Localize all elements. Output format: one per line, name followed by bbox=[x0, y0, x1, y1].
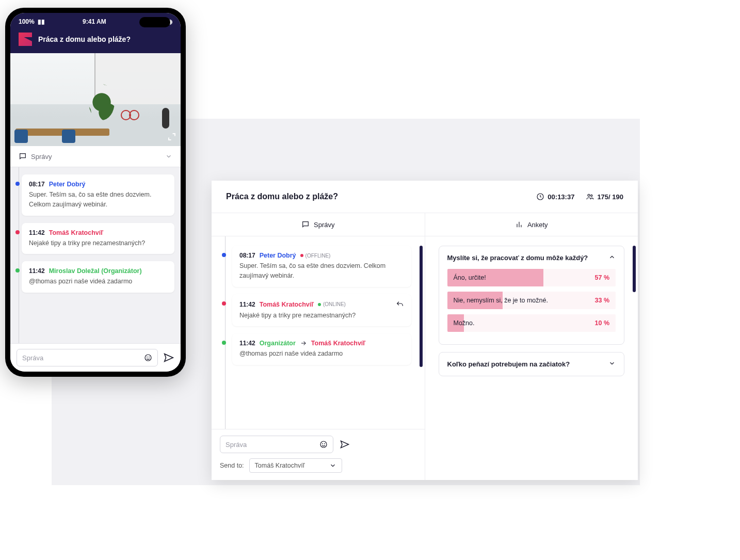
bar-chart-icon bbox=[515, 220, 523, 229]
poll-option-label: Nie, nemyslím si, že je to možné. bbox=[454, 297, 548, 304]
poll-option-percent: 33 % bbox=[595, 297, 610, 304]
chevron-up-icon[interactable] bbox=[608, 253, 616, 261]
message-author: Peter Dobrý bbox=[49, 181, 86, 188]
message-body: @thomas pozri naše videá zadarmo bbox=[29, 277, 167, 286]
poll-option[interactable]: Možno. 10 % bbox=[447, 314, 616, 332]
arrow-right-icon bbox=[300, 340, 307, 347]
expand-video-icon[interactable] bbox=[167, 132, 176, 143]
scrollbar-thumb[interactable] bbox=[420, 246, 423, 367]
poll-option-percent: 10 % bbox=[595, 319, 610, 327]
timeline-line bbox=[225, 236, 226, 429]
phone-device-frame: 100% ▮▮ 9:41 AM ▮▮▮ ⦿ ◉ Práca z domu ale… bbox=[5, 8, 186, 377]
message-body: Super. Teším sa, čo sa ešte dnes dozviem… bbox=[29, 190, 167, 210]
chat-icon bbox=[301, 220, 310, 229]
status-dot bbox=[15, 182, 20, 186]
timer-value: 00:13:37 bbox=[548, 193, 574, 201]
desktop-chat-column: 08:17 Peter Dobrý (OFFLINE) Super. Teším… bbox=[212, 236, 425, 480]
chevron-down-icon bbox=[329, 462, 336, 469]
phone-chat-list[interactable]: 08:17 Peter Dobrý Super. Teším sa, čo sa… bbox=[10, 167, 181, 343]
people-icon bbox=[586, 193, 594, 201]
svg-point-2 bbox=[149, 357, 150, 357]
message-body: Nejaké tipy a triky pre nezamestnaných? bbox=[239, 311, 404, 321]
message-card[interactable]: 11:42 Tomáš Kratochvíľ (ONLINE) Nejaké t… bbox=[232, 294, 411, 327]
svg-point-4 bbox=[588, 194, 590, 196]
battery-icon: ▮▮ bbox=[38, 18, 45, 25]
svg-point-7 bbox=[323, 443, 323, 444]
message-author: Organizátor bbox=[260, 340, 296, 347]
reply-icon[interactable] bbox=[396, 300, 404, 309]
poll-option[interactable]: Nie, nemyslím si, že je to možné. 33 % bbox=[447, 292, 616, 309]
tab-polls[interactable]: Ankety bbox=[425, 213, 638, 236]
phone-video-preview[interactable] bbox=[10, 53, 181, 146]
poll-card[interactable]: Myslíte si, že pracovať z domu môže každ… bbox=[439, 246, 625, 345]
section-header-messages[interactable]: Správy bbox=[10, 146, 181, 167]
phone-camera-pill bbox=[139, 17, 170, 27]
phone-screen: 100% ▮▮ 9:41 AM ▮▮▮ ⦿ ◉ Práca z domu ale… bbox=[10, 13, 181, 372]
poll-option[interactable]: Áno, určite! 57 % bbox=[447, 269, 616, 286]
message-author: Miroslav Doležal (Organizátor) bbox=[49, 267, 142, 275]
svg-point-6 bbox=[320, 441, 327, 447]
desktop-chat-list[interactable]: 08:17 Peter Dobrý (OFFLINE) Super. Teším… bbox=[212, 236, 425, 429]
compose-input[interactable]: Správa bbox=[220, 436, 333, 453]
send-to-label: Send to: bbox=[220, 462, 244, 469]
message-card[interactable]: 11:42 Miroslav Doležal (Organizátor) @th… bbox=[22, 261, 174, 293]
desktop-page-title: Práca z domu alebo z pláže? bbox=[226, 192, 338, 201]
message-body: Nejaké tipy a triky pre nezamestnaných? bbox=[29, 238, 167, 248]
session-timer: 00:13:37 bbox=[536, 193, 574, 201]
compose-placeholder: Správa bbox=[22, 354, 43, 362]
message-card[interactable]: 08:17 Peter Dobrý (OFFLINE) Super. Teším… bbox=[232, 246, 411, 287]
svg-point-8 bbox=[325, 443, 325, 444]
poll-option-label: Áno, určite! bbox=[454, 274, 486, 281]
send-to-value: Tomáš Kratochvíľ bbox=[255, 462, 305, 469]
message-time: 08:17 bbox=[239, 252, 255, 259]
desktop-tabs: Správy Ankety bbox=[212, 213, 638, 236]
clock-icon bbox=[536, 193, 544, 201]
poll-question: Koľko peňazí potrebujem na začiatok? bbox=[447, 360, 570, 369]
message-time: 11:42 bbox=[29, 229, 45, 236]
app-logo bbox=[19, 33, 32, 46]
message-card[interactable]: 08:17 Peter Dobrý Super. Teším sa, čo sa… bbox=[22, 174, 174, 216]
compose-placeholder: Správa bbox=[226, 441, 247, 449]
attendance-value: 175/ 190 bbox=[597, 193, 623, 201]
tab-messages-label: Správy bbox=[314, 221, 334, 229]
poll-options: Áno, určite! 57 % Nie, nemyslím si, že j… bbox=[447, 269, 616, 332]
compose-input[interactable]: Správa bbox=[17, 349, 158, 366]
message-author: Tomáš Kratochvíľ bbox=[260, 301, 314, 308]
send-to-select[interactable]: Tomáš Kratochvíľ bbox=[249, 458, 342, 473]
status-dot bbox=[222, 253, 226, 257]
status-dot bbox=[15, 230, 20, 234]
send-icon[interactable] bbox=[163, 352, 174, 363]
message-time: 11:42 bbox=[239, 340, 255, 347]
message-body: Super. Teším sa, čo sa ešte dnes dozviem… bbox=[239, 261, 404, 281]
emoji-icon[interactable] bbox=[144, 354, 152, 362]
send-icon[interactable] bbox=[340, 439, 350, 450]
chevron-down-icon[interactable] bbox=[165, 153, 172, 160]
timeline-line bbox=[19, 167, 19, 343]
desktop-compose-bar: Správa Send to: Tomáš Kratochvíľ bbox=[212, 429, 425, 480]
status-dot bbox=[222, 301, 226, 306]
desktop-polls-column: Myslíte si, že pracovať z domu môže každ… bbox=[425, 236, 638, 480]
phone-compose-bar: Správa bbox=[10, 343, 181, 372]
emoji-icon[interactable] bbox=[319, 440, 328, 449]
presence-status: (OFFLINE) bbox=[300, 253, 331, 259]
tab-messages[interactable]: Správy bbox=[212, 213, 425, 236]
desktop-polls-list[interactable]: Myslíte si, že pracovať z domu môže každ… bbox=[425, 236, 638, 480]
message-author: Peter Dobrý bbox=[260, 252, 296, 259]
poll-option-label: Možno. bbox=[454, 319, 475, 327]
message-card[interactable]: 11:42 Tomáš Kratochvíľ Nejaké tipy a tri… bbox=[22, 223, 174, 254]
svg-point-5 bbox=[591, 195, 592, 196]
attendance-counter: 175/ 190 bbox=[586, 193, 623, 201]
video-thumbnail-scene bbox=[10, 53, 181, 146]
chevron-down-icon[interactable] bbox=[608, 360, 616, 367]
status-time: 9:41 AM bbox=[83, 18, 106, 25]
chat-icon bbox=[19, 152, 27, 161]
poll-card[interactable]: Koľko peňazí potrebujem na začiatok? bbox=[439, 352, 625, 377]
poll-option-percent: 57 % bbox=[595, 274, 610, 281]
battery-indicator: 100% bbox=[19, 18, 35, 25]
message-body: @thomas pozri naše videá zadarmo bbox=[239, 349, 404, 359]
message-time: 11:42 bbox=[239, 301, 255, 308]
section-label: Správy bbox=[31, 153, 52, 161]
scrollbar-thumb[interactable] bbox=[633, 246, 636, 292]
message-recipient: Tomáš Kratochvíľ bbox=[311, 340, 365, 347]
message-card[interactable]: 11:42 Organizátor Tomáš Kratochvíľ @thom… bbox=[232, 333, 411, 365]
